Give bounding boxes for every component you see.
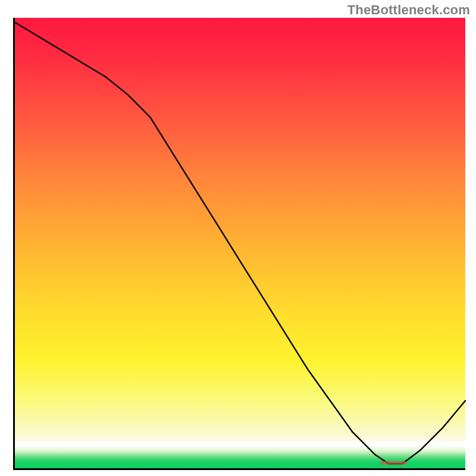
chart-container: TheBottleneck.com bbox=[0, 0, 476, 476]
plot-area bbox=[13, 18, 465, 470]
bottleneck-curve bbox=[15, 23, 465, 464]
optimal-band-marker bbox=[380, 461, 406, 465]
chart-svg bbox=[15, 18, 465, 468]
watermark-text: TheBottleneck.com bbox=[347, 2, 470, 18]
